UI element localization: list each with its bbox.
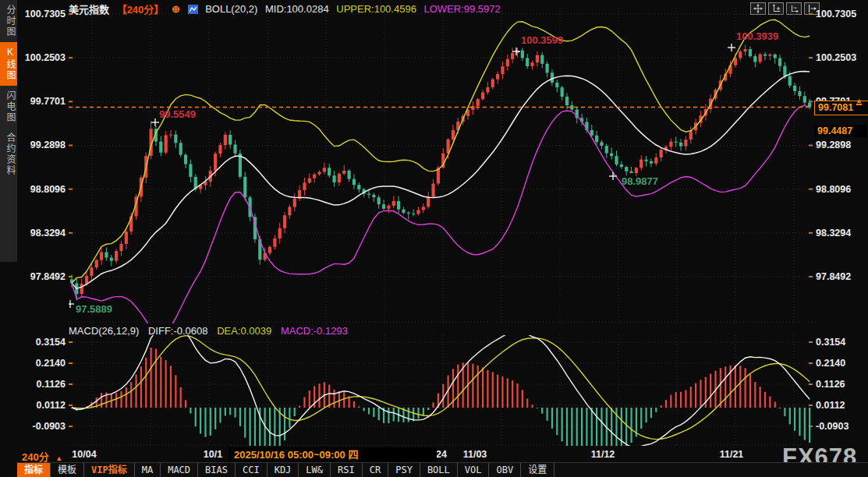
toolbar-item-MACD[interactable]: MACD: [161, 463, 198, 477]
y-axis-label: 0.0112: [20, 399, 66, 412]
y-axis-label: 0.2140: [20, 357, 66, 369]
toolbar-item-RSI[interactable]: RSI: [331, 463, 363, 477]
y-axis-label: 0.0112: [816, 399, 861, 412]
toolbar-item-KDJ[interactable]: KDJ: [267, 463, 299, 477]
x-axis-date-label: 24: [436, 449, 447, 460]
toolbar-item-CCI[interactable]: CCI: [236, 463, 267, 477]
toolbar-item-PSY[interactable]: PSY: [388, 463, 420, 477]
y-axis-label: 98.3294: [20, 227, 66, 239]
reference-price-box: 99.4487: [814, 125, 867, 137]
x-axis-date-label: 10/04: [72, 449, 96, 460]
y-axis-label: -0.0903: [816, 420, 861, 433]
toolbar-item-设置[interactable]: 设置: [521, 463, 554, 477]
toolbar-item-模板[interactable]: 模板: [51, 463, 84, 477]
y-axis-label: 100.7305: [816, 8, 861, 20]
toolbar-item-LW&[interactable]: LW&: [299, 463, 331, 477]
y-axis-label: 99.2898: [816, 139, 861, 151]
toolbar-item-OBV[interactable]: OBV: [489, 463, 521, 477]
x-axis-date-label: 11/12: [591, 449, 615, 460]
x-axis-date-label: 11/21: [720, 449, 744, 460]
y-axis-label: 99.7701: [20, 95, 66, 108]
x-axis-date-label: 11/03: [463, 449, 487, 460]
sidebar-item-2[interactable]: K线图: [0, 42, 17, 86]
toolbar-item-VOL[interactable]: VOL: [458, 463, 490, 477]
sidebar-item-3[interactable]: 闪电图: [0, 86, 17, 128]
y-axis-label: 97.8492: [20, 270, 66, 283]
sidebar-filler: [0, 262, 17, 477]
sidebar-item-1[interactable]: 分时图: [0, 0, 17, 42]
y-axis-label: 99.2898: [20, 139, 66, 151]
toolbar-item-BIAS[interactable]: BIAS: [198, 463, 236, 477]
price-direction-icon: ▲: [856, 97, 863, 105]
y-axis-label: 98.3294: [816, 227, 861, 239]
crosshair-tooltip: 2025/10/16 05:00~09:00 四: [229, 447, 437, 462]
triangle-up-icon: ▲: [55, 454, 62, 462]
sidebar-item-4[interactable]: 合约资料: [0, 128, 17, 181]
price-annotation: 98.9877: [622, 175, 658, 187]
y-axis-label: 0.2140: [816, 357, 861, 369]
timeframe-button-label: 240分: [22, 451, 49, 463]
macd-canvas[interactable]: [69, 335, 813, 446]
price-annotation: 100.3599: [521, 34, 563, 46]
y-axis-label: 100.2503: [816, 51, 861, 64]
y-axis-label: 97.8492: [816, 270, 861, 283]
y-axis-label: 0.3154: [816, 336, 861, 348]
price-annotation: 100.3939: [736, 30, 778, 42]
toolbar-item-VIP指标[interactable]: VIP指标: [84, 463, 135, 477]
y-axis-label: 100.7305: [20, 8, 66, 20]
y-axis-label: 0.3154: [20, 336, 66, 348]
x-axis-date-label: 10/1: [204, 449, 222, 460]
y-axis-label: 100.2503: [20, 51, 66, 64]
toolbar-item-BOLL[interactable]: BOLL: [420, 463, 458, 477]
toolbar-item-MA[interactable]: MA: [135, 463, 161, 477]
y-axis-label: 98.8096: [20, 183, 66, 196]
trading-app: 分时图K线图闪电图合约资料 美元指数 【240分】 ⊕ BOLL(20,2) M…: [0, 0, 868, 477]
y-axis-label: -0.0903: [20, 420, 66, 433]
indicator-toolbar: 指标模板VIP指标MAMACDBIASCCIKDJLW&RSICRPSYBOLL…: [17, 462, 868, 477]
price-annotation: 99.5549: [159, 108, 196, 120]
main-chart-canvas[interactable]: [69, 8, 813, 323]
toolbar-item-指标[interactable]: 指标: [17, 463, 51, 477]
y-axis-label: 0.1126: [20, 378, 66, 390]
y-axis-label: 0.1126: [816, 378, 861, 390]
y-axis-label: 98.8096: [816, 183, 861, 196]
toolbar-item-CR[interactable]: CR: [363, 463, 388, 477]
price-annotation: 97.5889: [76, 303, 112, 315]
